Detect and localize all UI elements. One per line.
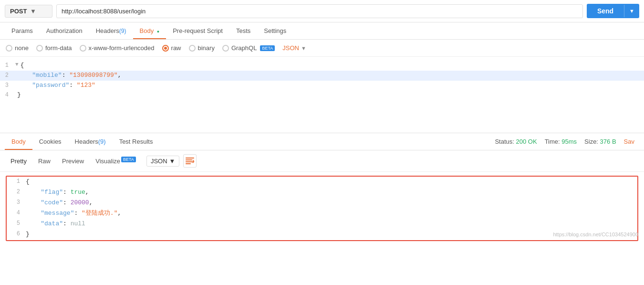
url-input[interactable] xyxy=(56,4,583,18)
resp-line-6: 6 } xyxy=(7,229,637,240)
req-line-1: 1 ▼ { xyxy=(0,61,644,71)
resp-line-2: 2 "flag": true, xyxy=(7,187,637,198)
radio-graphql xyxy=(222,45,229,52)
status-value: 200 OK xyxy=(516,138,537,145)
response-status-bar: Status: 200 OK Time: 95ms Size: 376 B Sa… xyxy=(495,138,639,145)
request-code-editor[interactable]: 1 ▼ { 2 "mobile": "13098098799", 3 "pass… xyxy=(0,57,644,133)
method-arrow-icon: ▼ xyxy=(30,8,47,15)
svg-rect-1 xyxy=(186,159,192,160)
option-form-data[interactable]: form-data xyxy=(36,44,72,52)
headers-badge: (9) xyxy=(119,28,126,34)
method-select[interactable]: POST ▼ xyxy=(5,5,52,18)
size-label: Size: 376 B xyxy=(584,138,616,145)
tab-headers[interactable]: Headers(9) xyxy=(89,22,133,39)
resp-json-arrow-icon: ▼ xyxy=(169,158,176,165)
req-line-4: 4 } xyxy=(0,90,644,100)
response-format-bar: Pretty Raw Preview VisualizeBETA JSON ▼ xyxy=(0,150,644,172)
option-graphql[interactable]: GraphQL BETA xyxy=(222,44,275,52)
radio-none xyxy=(6,45,12,52)
svg-rect-3 xyxy=(186,163,191,164)
response-section: Body Cookies Headers(9) Test Results Sta… xyxy=(0,133,644,241)
resp-line-3: 3 "code": 20000, xyxy=(7,198,637,208)
body-options: none form-data x-www-form-urlencoded raw… xyxy=(0,40,644,57)
radio-binary xyxy=(189,45,196,52)
radio-form-data xyxy=(36,45,43,52)
tab-params[interactable]: Params xyxy=(5,22,40,39)
tab-settings[interactable]: Settings xyxy=(257,22,293,39)
resp-line-5: 5 "data": null xyxy=(7,219,637,229)
fmt-tab-preview[interactable]: Preview xyxy=(57,156,89,167)
response-code-editor[interactable]: 1 { 2 "flag": true, 3 "code": 20000, 4 "… xyxy=(6,176,638,241)
json-format-dropdown[interactable]: JSON ▼ xyxy=(282,44,306,52)
watermark: https://blog.csdn.net/CC1034524900 xyxy=(553,232,638,237)
request-tabs: Params Authorization Headers(9) Body ● P… xyxy=(0,22,644,40)
resp-tab-headers[interactable]: Headers(9) xyxy=(68,133,113,150)
tab-tests[interactable]: Tests xyxy=(229,22,257,39)
resp-tab-body[interactable]: Body xyxy=(5,133,32,150)
option-none[interactable]: none xyxy=(6,44,29,52)
method-label: POST xyxy=(10,8,27,15)
time-label: Time: 95ms xyxy=(545,138,577,145)
resp-headers-badge: (9) xyxy=(98,138,106,145)
send-label: Send xyxy=(587,4,624,18)
resp-line-4: 4 "message": "登陆成功.", xyxy=(7,208,637,219)
size-value: 376 B xyxy=(600,138,616,145)
option-x-www[interactable]: x-www-form-urlencoded xyxy=(80,44,155,52)
save-button[interactable]: Sav xyxy=(624,138,634,145)
fmt-tab-pretty[interactable]: Pretty xyxy=(6,156,31,167)
json-dropdown-arrow-icon: ▼ xyxy=(301,45,306,51)
radio-raw xyxy=(162,45,169,52)
resp-tab-cookies[interactable]: Cookies xyxy=(32,133,68,150)
wrap-icon[interactable] xyxy=(183,154,197,168)
send-button[interactable]: Send ▼ xyxy=(587,4,639,18)
option-raw[interactable]: raw xyxy=(162,44,181,52)
send-dropdown-arrow-icon[interactable]: ▼ xyxy=(624,5,639,17)
resp-tab-test-results[interactable]: Test Results xyxy=(113,133,160,150)
top-bar: POST ▼ Send ▼ xyxy=(0,0,644,22)
tab-body[interactable]: Body ● xyxy=(133,22,166,39)
status-label: Status: 200 OK xyxy=(495,138,537,145)
response-json-dropdown[interactable]: JSON ▼ xyxy=(146,156,180,167)
req-line-2: 2 "mobile": "13098098799", xyxy=(0,71,644,81)
req-line-3: 3 "password": "123" xyxy=(0,81,644,91)
option-binary[interactable]: binary xyxy=(189,44,215,52)
fmt-tab-visualize[interactable]: VisualizeBETA xyxy=(91,155,141,167)
tab-pre-request-script[interactable]: Pre-request Script xyxy=(166,22,229,39)
radio-x-www xyxy=(80,45,86,52)
response-tabs-bar: Body Cookies Headers(9) Test Results Sta… xyxy=(0,133,644,150)
svg-rect-0 xyxy=(186,158,194,158)
fmt-tab-raw[interactable]: Raw xyxy=(33,156,55,167)
time-value: 95ms xyxy=(561,138,577,145)
response-body-wrapper: 1 { 2 "flag": true, 3 "code": 20000, 4 "… xyxy=(0,176,644,241)
resp-line-1: 1 { xyxy=(7,177,637,187)
tab-authorization[interactable]: Authorization xyxy=(40,22,89,39)
